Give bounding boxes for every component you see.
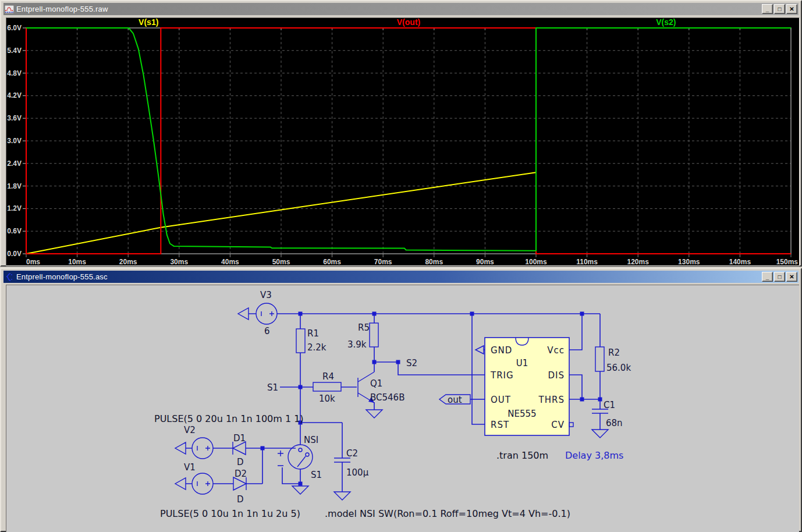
close-button[interactable]: ✕ [786,272,797,282]
diode-d2[interactable]: D2 D [233,469,247,505]
x-tick-label: 90ms [476,258,494,265]
x-tick-label: 80ms [425,258,443,265]
pin-vcc: Vcc [547,345,565,356]
component-value: S1 [311,470,322,480]
waveform-window-title: Entprell-monoflop-555.raw [16,5,108,13]
pin-rst: RST [491,420,509,430]
component-label: V2 [184,425,196,435]
trace-V(s2)[interactable] [26,28,791,251]
x-tick-label: 10ms [68,258,86,265]
maximize-button[interactable]: □ [774,4,785,14]
pin-trig: TRIG [490,370,514,381]
component-label: R4 [322,371,334,382]
component-label: Q1 [370,378,382,389]
waveform-window: Entprell-monoflop-555.raw _ □ ✕ 0ms10ms2… [0,0,802,267]
capacitor-c2[interactable]: C2 100µ [334,448,369,500]
x-tick-label: 30ms [170,258,188,265]
waveform-plot-area[interactable]: 0ms10ms20ms30ms40ms50ms60ms70ms80ms90ms1… [6,17,800,266]
voltage-source-v1[interactable]: V1 [175,462,213,494]
y-tick-label: 3.0V [7,137,22,145]
transistor-q1[interactable]: Q1 BC546B [358,372,404,418]
component-label: C2 [346,448,358,459]
component-value: 2.2k [307,342,327,353]
y-tick-label: 3.6V [7,114,22,122]
schematic-window: Entprell-monoflop-555.asc _ □ ✕ [0,268,802,532]
y-tick-label: 4.8V [7,69,22,77]
x-tick-label: 110ms [576,258,598,265]
pin-cv: CV [551,420,565,430]
component-value: D [237,494,244,505]
y-tick-label: 4.2V [7,91,22,100]
x-tick-label: 70ms [374,258,392,265]
net-flag-out[interactable]: out [439,395,470,405]
component-label: V3 [260,290,272,300]
net-label-out: out [448,395,462,405]
x-tick-label: 140ms [729,258,751,265]
component-label: R1 [307,328,319,339]
minimize-button[interactable]: _ [762,4,773,14]
x-tick-label: 50ms [272,258,290,265]
voltage-source-v3[interactable]: V3 6 [238,290,277,336]
trace-label: V(out) [397,18,420,27]
comment-text[interactable]: Delay 3,8ms [565,450,623,461]
component-value: 68n [606,418,623,428]
component-label: R2 [608,347,620,358]
component-label: U1 [516,358,528,368]
component-label: C1 [604,400,615,410]
schematic-window-title: Entprell-monoflop-555.asc [16,272,108,281]
resistor-r1[interactable]: R1 2.2k [296,328,327,353]
x-tick-label: 40ms [221,258,239,265]
ic-ne555-u1[interactable]: GND TRIG OUT RST Vcc DIS THRS CV U1 NE55… [475,338,573,435]
net-label-s2[interactable]: S2 [406,358,417,368]
component-value: 100µ [346,467,369,478]
v2-pulse-text[interactable]: PULSE(5 0 20u 1n 1n 100m 1 1) [154,413,304,424]
schematic-canvas[interactable]: V3 6 R1 2.2k R5 3.9k R4 10k [6,285,799,532]
component-label: D1 [233,433,246,444]
y-tick-label: 5.4V [7,47,22,55]
y-tick-label: 6.0V [7,24,22,32]
component-value: 56.0k [606,363,631,373]
component-value: 6 [264,326,270,336]
pin-thrs: THRS [538,395,565,405]
net-label-s1[interactable]: S1 [267,382,278,393]
component-value: 3.9k [347,339,367,350]
component-value: NE555 [508,409,536,419]
schematic-titlebar[interactable]: Entprell-monoflop-555.asc _ □ ✕ [3,271,799,283]
x-tick-label: 100ms [525,258,547,265]
resistor-r4[interactable]: R4 10k [313,371,341,404]
minimize-button[interactable]: _ [762,272,773,282]
close-button[interactable]: ✕ [786,4,797,14]
x-tick-label: 60ms [323,258,341,265]
component-label: D2 [235,469,247,479]
model-directive[interactable]: .model NSI SW(Ron=0.1 Roff=10meg Vt=4 Vh… [325,508,570,519]
trace-V(s1)[interactable] [26,172,536,254]
tran-directive[interactable]: .tran 150m [496,450,548,461]
component-value: BC546B [370,392,404,403]
trace-label: V(s2) [656,18,676,27]
pin-gnd: GND [491,345,512,356]
resistor-r2[interactable]: R2 56.0k [595,347,631,373]
component-label: V1 [184,462,196,473]
component-label: NSI [304,435,318,445]
voltage-source-v2[interactable]: V2 [175,425,213,459]
v1-pulse-text[interactable]: PULSE(5 0 10u 1n 1n 1u 2u 5) [160,508,300,519]
resistor-r5[interactable]: R5 3.9k [347,322,378,350]
trace-label: V(s1) [139,18,158,27]
diode-d1[interactable]: D1 D [233,433,246,467]
waveform-titlebar[interactable]: Entprell-monoflop-555.raw _ □ ✕ [3,3,799,15]
y-tick-label: 1.8V [7,182,22,190]
schematic-icon [5,273,14,281]
y-tick-label: 2.4V [7,159,22,168]
pin-dis: DIS [548,370,565,381]
schematic-drawing: V3 6 R1 2.2k R5 3.9k R4 10k [6,285,799,532]
maximize-button[interactable]: □ [774,272,785,282]
x-tick-label: 0ms [26,258,40,265]
y-tick-label: 1.2V [7,204,22,212]
capacitor-c1[interactable]: C1 68n [592,400,623,438]
component-value: 10k [319,393,335,404]
y-tick-label: 0.6V [7,227,22,235]
waveform-chart[interactable]: 0ms10ms20ms30ms40ms50ms60ms70ms80ms90ms1… [6,18,799,265]
x-tick-label: 20ms [119,258,137,265]
y-tick-label: 0.0V [7,250,22,258]
waveform-icon [5,5,14,13]
